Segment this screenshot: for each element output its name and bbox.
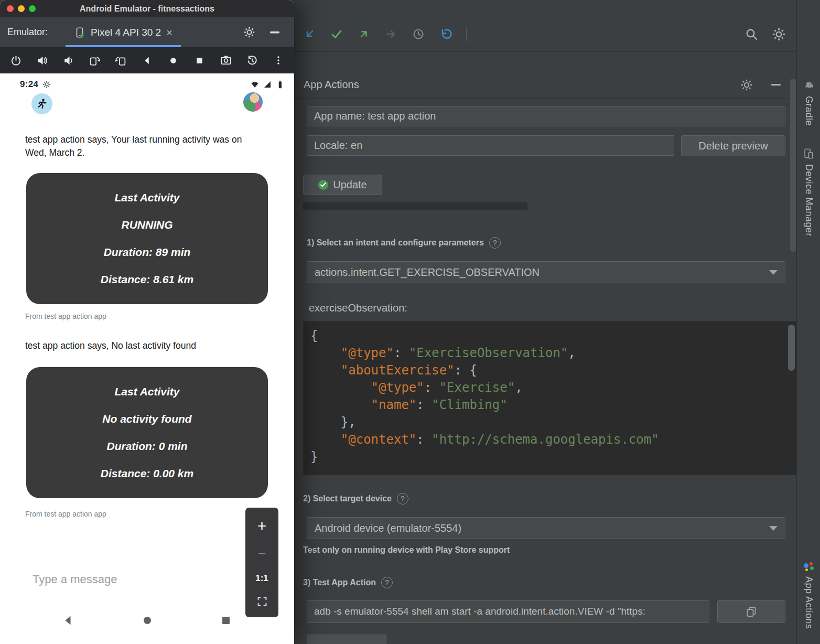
user-profile-avatar bbox=[243, 92, 263, 112]
card-line: Last Activity bbox=[26, 191, 268, 204]
studio-right-sidebar: Gradle Device Manager App Actions bbox=[796, 0, 820, 644]
sidebar-app-actions-label: App Actions bbox=[803, 576, 814, 629]
panel-header-actions bbox=[739, 77, 787, 93]
zoom-window-button[interactable] bbox=[29, 5, 36, 12]
gradle-icon bbox=[803, 80, 814, 91]
android-nav-bar bbox=[0, 603, 294, 638]
selected-text-bar bbox=[303, 202, 527, 210]
help-icon[interactable] bbox=[381, 577, 393, 588]
assistant-message-1: test app action says, Your last running … bbox=[25, 133, 245, 159]
sidebar-device-manager-label: Device Manager bbox=[803, 164, 814, 237]
search-icon[interactable] bbox=[743, 26, 759, 42]
window-title: Android Emulator - fitnessactions bbox=[0, 4, 294, 14]
volume-up-button[interactable] bbox=[35, 53, 49, 67]
snapshots-button[interactable] bbox=[245, 53, 259, 67]
device-tab-label: Pixel 4 API 30 2 bbox=[91, 27, 161, 38]
sidebar-tab-device-manager[interactable]: Device Manager bbox=[797, 148, 820, 237]
zoom-control-panel: + − 1:1 bbox=[245, 508, 278, 617]
card-line: Duration: 0 min bbox=[26, 440, 268, 453]
tab-close-icon[interactable]: × bbox=[166, 27, 172, 38]
wifi-icon bbox=[250, 80, 260, 89]
settings-gear-icon[interactable] bbox=[771, 26, 786, 42]
assistant-message-2: test app action says, No last activity f… bbox=[25, 339, 266, 352]
section-2-text: 2) Select target device bbox=[303, 494, 392, 503]
minimize-window-button[interactable] bbox=[18, 5, 25, 12]
delete-preview-label: Delete preview bbox=[698, 140, 768, 152]
json-parameter-editor[interactable]: { "@type": "ExerciseObservation", "about… bbox=[303, 321, 796, 475]
section-3-label: 3) Test App Action bbox=[303, 577, 393, 588]
app-actions-icon bbox=[803, 561, 814, 572]
panel-minimize-icon[interactable] bbox=[768, 77, 784, 93]
zoom-out-button[interactable]: − bbox=[257, 546, 266, 561]
device-dropdown-value: Android device (emulator-5554) bbox=[315, 522, 461, 534]
delete-preview-button[interactable]: Delete preview bbox=[681, 135, 785, 156]
camera-button[interactable] bbox=[219, 53, 233, 67]
update-button[interactable]: Update bbox=[303, 175, 382, 195]
emulator-toolbar bbox=[0, 47, 294, 73]
section-2-label: 2) Select target device bbox=[303, 493, 408, 505]
rotate-left-button[interactable] bbox=[88, 53, 101, 67]
status-gear-icon bbox=[42, 80, 51, 89]
app-name-field[interactable]: App name: test app action bbox=[307, 106, 785, 126]
help-icon[interactable] bbox=[489, 237, 501, 249]
activity-card-2: Last Activity No activity found Duration… bbox=[26, 367, 268, 498]
dropdown-arrow-icon bbox=[769, 526, 778, 531]
panel-title: App Actions bbox=[304, 79, 359, 91]
apply-check-icon[interactable] bbox=[329, 26, 344, 42]
device-tab-icon bbox=[74, 27, 85, 38]
adb-command-field[interactable]: adb -s emulator-5554 shell am start -a a… bbox=[307, 600, 709, 623]
status-bar: 9:24 bbox=[0, 73, 294, 91]
compose-input[interactable]: Type a message bbox=[33, 573, 117, 586]
attach-arrow-icon[interactable] bbox=[301, 26, 317, 42]
undo-icon[interactable] bbox=[438, 26, 454, 42]
card-line: RUNNING bbox=[26, 219, 268, 231]
emulator-device-tab[interactable]: Pixel 4 API 30 2 × bbox=[66, 17, 181, 47]
close-window-button[interactable] bbox=[7, 5, 14, 12]
more-options-button[interactable] bbox=[272, 53, 285, 67]
app-actions-panel-header: App Actions bbox=[294, 71, 796, 99]
emulator-panel-label: Emulator: bbox=[7, 27, 48, 38]
sidebar-tab-gradle[interactable]: Gradle bbox=[797, 80, 820, 126]
json-code: { "@type": "ExerciseObservation", "about… bbox=[304, 321, 796, 475]
card-line: Duration: 89 min bbox=[26, 246, 268, 259]
volume-down-button[interactable] bbox=[61, 53, 75, 67]
overview-button[interactable] bbox=[193, 53, 207, 67]
panel-gear-icon[interactable] bbox=[739, 77, 754, 93]
emulator-tab-bar: Emulator: Pixel 4 API 30 2 × bbox=[0, 17, 294, 47]
nav-back-button[interactable] bbox=[62, 614, 74, 627]
nav-overview-button[interactable] bbox=[220, 614, 232, 627]
panel-scrollbar[interactable] bbox=[790, 73, 796, 644]
help-icon[interactable] bbox=[397, 493, 408, 505]
target-device-dropdown[interactable]: Android device (emulator-5554) bbox=[307, 517, 785, 539]
device-note: Test only on running device with Play St… bbox=[303, 545, 510, 555]
power-button[interactable] bbox=[9, 53, 23, 67]
toolbar-separator bbox=[466, 27, 467, 41]
zoom-ratio-button[interactable]: 1:1 bbox=[255, 573, 268, 584]
emulator-settings-gear-icon[interactable] bbox=[243, 26, 255, 38]
traffic-lights bbox=[0, 5, 36, 12]
launch-arrow-icon[interactable] bbox=[356, 26, 372, 42]
sidebar-gradle-label: Gradle bbox=[803, 96, 814, 126]
nav-home-button[interactable] bbox=[141, 614, 154, 627]
signal-icon bbox=[263, 80, 272, 89]
rotate-right-button[interactable] bbox=[114, 53, 127, 67]
history-clock-icon[interactable] bbox=[411, 26, 426, 42]
locale-field[interactable]: Locale: en bbox=[307, 135, 674, 156]
mac-titlebar: Android Emulator - fitnessactions bbox=[0, 0, 294, 17]
phone-screen: 9:24 bbox=[0, 73, 294, 644]
back-button[interactable] bbox=[140, 53, 154, 67]
forward-arrow-icon[interactable] bbox=[383, 26, 399, 42]
emulator-minimize-icon[interactable] bbox=[270, 31, 279, 34]
copy-command-button[interactable] bbox=[717, 600, 785, 623]
device-manager-icon bbox=[803, 148, 814, 159]
app-name-value: App name: test app action bbox=[314, 110, 436, 122]
intent-dropdown[interactable]: actions.intent.GET_EXERCISE_OBSERVATION bbox=[307, 261, 785, 283]
zoom-in-button[interactable]: + bbox=[257, 518, 267, 534]
home-button[interactable] bbox=[167, 53, 180, 67]
panel-scrollbar-thumb[interactable] bbox=[790, 79, 796, 252]
run-app-action-button-partial[interactable] bbox=[307, 635, 386, 644]
section-1-text: 1) Select an intent and configure parame… bbox=[307, 238, 484, 248]
card-line: Distance: 8.61 km bbox=[26, 273, 268, 286]
sidebar-tab-app-actions[interactable]: App Actions bbox=[797, 561, 820, 629]
card-line: No activity found bbox=[26, 413, 268, 425]
